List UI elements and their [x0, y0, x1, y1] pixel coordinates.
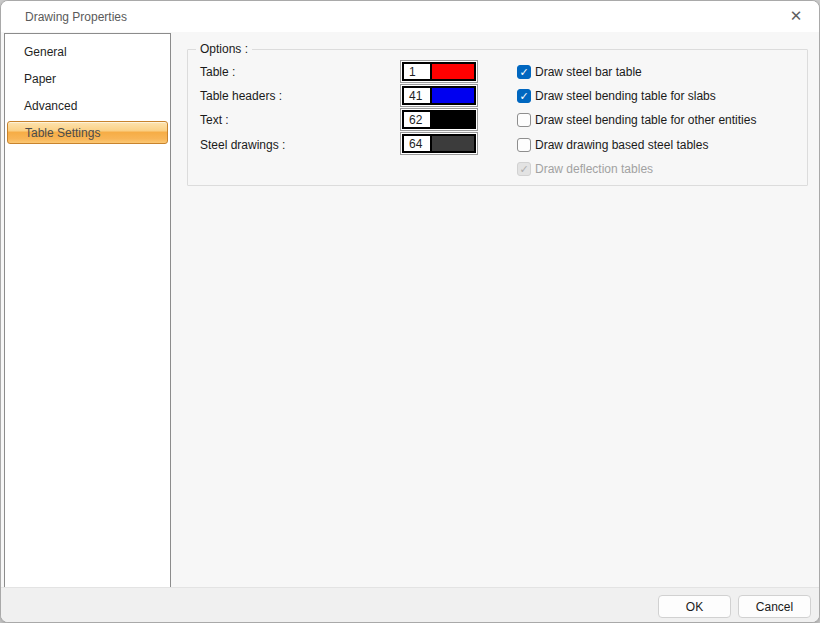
- titlebar: Drawing Properties ✕: [1, 1, 819, 32]
- close-icon[interactable]: ✕: [779, 3, 813, 29]
- drawing-properties-dialog: Drawing Properties ✕ General Paper Advan…: [0, 0, 820, 623]
- checkbox-icon: ✓: [517, 162, 531, 176]
- color-index-value[interactable]: 41: [404, 88, 432, 103]
- sidebar-item-advanced[interactable]: Advanced: [5, 92, 170, 119]
- checkbox-label: Draw drawing based steel tables: [535, 138, 708, 152]
- checkbox-draw-steel-bending-table-other[interactable]: ✓ Draw steel bending table for other ent…: [517, 112, 756, 128]
- checkbox-icon: ✓: [517, 89, 531, 103]
- sidebar-item-paper[interactable]: Paper: [5, 65, 170, 92]
- checkbox-draw-drawing-based-steel-tables[interactable]: ✓ Draw drawing based steel tables: [517, 137, 708, 153]
- steel-drawings-color-control[interactable]: 64: [400, 132, 478, 155]
- checkbox-icon: ✓: [517, 138, 531, 152]
- color-frame: 1: [402, 62, 476, 81]
- text-color-label: Text :: [200, 112, 229, 128]
- color-frame: 62: [402, 110, 476, 129]
- dialog-footer: OK Cancel: [1, 587, 819, 622]
- text-color-control[interactable]: 62: [400, 108, 478, 131]
- checkbox-label: Draw steel bending table for other entit…: [535, 113, 756, 127]
- checkbox-icon: ✓: [517, 113, 531, 127]
- checkbox-label: Draw deflection tables: [535, 162, 653, 176]
- window-title: Drawing Properties: [25, 10, 127, 24]
- color-index-value[interactable]: 62: [404, 112, 432, 127]
- color-index-value[interactable]: 64: [404, 136, 432, 151]
- checkbox-label: Draw steel bar table: [535, 65, 642, 79]
- color-swatch[interactable]: [432, 64, 474, 79]
- checkbox-draw-steel-bar-table[interactable]: ✓ Draw steel bar table: [517, 64, 642, 80]
- color-frame: 64: [402, 134, 476, 153]
- table-color-control[interactable]: 1: [400, 60, 478, 83]
- sidebar-item-label: Table Settings: [25, 126, 100, 140]
- table-headers-color-control[interactable]: 41: [400, 84, 478, 107]
- color-swatch[interactable]: [432, 136, 474, 151]
- sidebar-item-table-settings[interactable]: Table Settings: [7, 121, 168, 144]
- table-color-label: Table :: [200, 64, 235, 80]
- sidebar-item-general[interactable]: General: [5, 38, 170, 65]
- checkbox-label: Draw steel bending table for slabs: [535, 89, 716, 103]
- sidebar-nav: General Paper Advanced Table Settings: [4, 33, 171, 588]
- checkbox-draw-deflection-tables: ✓ Draw deflection tables: [517, 161, 653, 177]
- color-swatch[interactable]: [432, 88, 474, 103]
- sidebar-item-label: Advanced: [24, 99, 77, 113]
- checkbox-draw-steel-bending-table-slabs[interactable]: ✓ Draw steel bending table for slabs: [517, 88, 716, 104]
- color-index-value[interactable]: 1: [404, 64, 432, 79]
- sidebar-item-label: General: [24, 45, 67, 59]
- checkbox-icon: ✓: [517, 65, 531, 79]
- sidebar-item-label: Paper: [24, 72, 56, 86]
- ok-button[interactable]: OK: [658, 595, 731, 618]
- options-groupbox-legend: Options :: [196, 42, 252, 56]
- color-frame: 41: [402, 86, 476, 105]
- cancel-button[interactable]: Cancel: [738, 595, 811, 618]
- steel-drawings-color-label: Steel drawings :: [200, 137, 285, 153]
- color-swatch[interactable]: [432, 112, 474, 127]
- table-headers-color-label: Table headers :: [200, 88, 282, 104]
